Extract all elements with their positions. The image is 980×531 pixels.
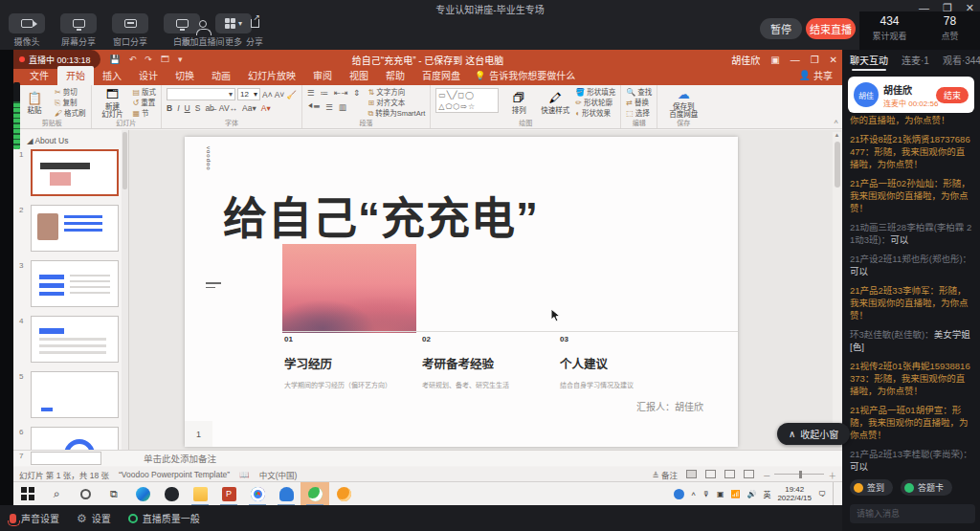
zoom-in-icon[interactable]: ＋ bbox=[828, 469, 836, 480]
ribbon-tab[interactable]: 文件 bbox=[21, 66, 57, 85]
tray-chevron-icon[interactable]: ˄ bbox=[691, 490, 696, 498]
align-text-button[interactable]: ⊞对齐文本 bbox=[368, 99, 425, 108]
new-slide-button[interactable]: 🗔 新建 幻灯片 bbox=[97, 88, 129, 118]
answer-card-button[interactable]: 答题卡 bbox=[901, 479, 952, 496]
end-mic-button[interactable]: 结束 bbox=[936, 87, 969, 103]
slide-thumbnail-panel[interactable]: ◢ About Us 1 2 3 bbox=[13, 130, 129, 450]
zoom-slider[interactable] bbox=[799, 471, 802, 478]
collapse-window-button[interactable]: ∧ 收起小窗 bbox=[777, 423, 850, 445]
text-direction-button[interactable]: ⇅文字方向 bbox=[368, 88, 425, 98]
add-room-button[interactable]: 添加直播间 bbox=[182, 13, 224, 48]
ribbon-tab[interactable]: 插入 bbox=[94, 66, 130, 85]
slide-thumbnail[interactable] bbox=[31, 260, 119, 307]
shape-outline-button[interactable]: ✏形状轮廓 bbox=[575, 99, 615, 108]
bold-button[interactable]: B bbox=[167, 103, 172, 113]
ppt-close-icon[interactable]: ✕ bbox=[830, 55, 837, 65]
ribbon-tab[interactable]: 审阅 bbox=[304, 66, 341, 85]
quick-styles-button[interactable]: 🖍 快速样式 bbox=[539, 88, 571, 118]
tell-me-box[interactable]: 💡 告诉我你想要做什么 bbox=[475, 68, 575, 85]
indent-icons[interactable]: ⇤⇥ bbox=[334, 88, 347, 98]
reset-button[interactable]: ↺重置 bbox=[133, 99, 157, 108]
char-spacing-button[interactable]: AV↔ bbox=[219, 103, 237, 113]
ribbon-tab[interactable]: 设计 bbox=[130, 66, 167, 85]
cut-button[interactable]: ✂剪切 bbox=[55, 88, 86, 98]
section-header[interactable]: ◢ About Us bbox=[27, 136, 126, 145]
font-color-button[interactable]: A▾ bbox=[261, 103, 271, 113]
slide-thumbnail-row[interactable]: 3 bbox=[19, 260, 126, 307]
font-size-select[interactable]: 12▾ bbox=[237, 88, 260, 100]
ribbon-options-icon[interactable]: ▣ bbox=[770, 55, 779, 65]
sound-settings-button[interactable]: 声音设置 bbox=[10, 511, 59, 525]
ribbon-tab[interactable]: 开始 bbox=[57, 66, 94, 85]
undo-icon[interactable]: ↶ bbox=[129, 55, 137, 64]
arrange-button[interactable]: 🗇 排列 bbox=[502, 88, 535, 118]
shrink-font-icon[interactable]: A˅ bbox=[275, 90, 285, 100]
show-desktop-button[interactable] bbox=[833, 482, 836, 506]
collapse-ribbon-icon[interactable]: ˄ bbox=[834, 118, 838, 126]
sidebar-tab[interactable]: 观看·344 bbox=[943, 53, 980, 70]
edge-icon[interactable] bbox=[128, 482, 157, 506]
taskbar-clock[interactable]: 19:42 2022/4/15 bbox=[777, 485, 812, 502]
line-spacing-icon[interactable]: ⇕ bbox=[353, 88, 360, 98]
slide-scrollbar[interactable]: ▲▼ bbox=[833, 132, 841, 444]
clear-format-icon[interactable]: 🧹 bbox=[286, 90, 297, 100]
shape-fill-button[interactable]: 🪣形状填充 bbox=[575, 88, 615, 98]
meeting-app-icon[interactable] bbox=[157, 482, 186, 506]
redo-icon[interactable]: ↷ bbox=[145, 55, 152, 64]
language-label[interactable]: 中文(中国) bbox=[259, 469, 298, 480]
powerpoint-icon[interactable]: P bbox=[214, 482, 243, 506]
qat-caret-icon[interactable]: ▾ bbox=[178, 55, 183, 64]
ribbon-tab[interactable]: 动画 bbox=[203, 66, 239, 85]
end-live-button[interactable]: 结束直播 bbox=[806, 18, 856, 39]
zoom-control[interactable]: － ＋ bbox=[763, 469, 836, 480]
slide-thumbnail[interactable] bbox=[31, 205, 119, 252]
reading-view-icon[interactable] bbox=[724, 470, 735, 478]
tray-mic-icon[interactable]: 🎙 bbox=[702, 490, 710, 498]
tray-badge-icon[interactable]: ▣ bbox=[717, 490, 724, 498]
ppt-restore-icon[interactable]: ❐ bbox=[811, 55, 819, 65]
tray-volume-icon[interactable]: 🔊 bbox=[746, 490, 756, 498]
ime-indicator[interactable]: 英 bbox=[763, 489, 770, 499]
ribbon-share-button[interactable]: 👤 共享 bbox=[799, 68, 833, 82]
bullets-icon[interactable]: ☰ bbox=[307, 88, 315, 98]
find-button[interactable]: 🔍查找 bbox=[626, 88, 652, 98]
underline-button[interactable]: U bbox=[185, 103, 190, 113]
camera-button[interactable]: 摄像头 bbox=[6, 13, 48, 48]
cortana-icon[interactable] bbox=[71, 482, 100, 506]
settings-button[interactable]: ⚙ 设置 bbox=[77, 511, 111, 525]
save-to-netdisk-button[interactable]: ☁ 保存到 百度网盘 bbox=[662, 88, 704, 118]
slide-thumbnail[interactable] bbox=[31, 427, 119, 450]
slide-7-thumbnail[interactable] bbox=[31, 452, 101, 465]
normal-view-icon[interactable] bbox=[686, 470, 697, 478]
ribbon-tab[interactable]: 幻灯片放映 bbox=[239, 66, 304, 85]
live-app-icon[interactable] bbox=[301, 482, 329, 506]
align-left-icon[interactable]: ⯇☰ bbox=[307, 101, 320, 112]
share-button[interactable]: 分享 bbox=[234, 13, 276, 48]
slide-thumbnail[interactable] bbox=[31, 371, 119, 418]
ribbon-tab[interactable]: 视图 bbox=[341, 66, 377, 85]
screen-share-button[interactable]: 屏幕分享 bbox=[57, 13, 100, 48]
shadow-button[interactable]: S bbox=[195, 103, 201, 113]
stream-quality-indicator[interactable]: 直播质量一般 bbox=[128, 511, 200, 525]
copy-button[interactable]: ⎘复制 bbox=[55, 99, 86, 108]
task-view-icon[interactable]: ⧉ bbox=[100, 482, 128, 506]
chrome-icon[interactable] bbox=[243, 482, 272, 506]
ribbon-tab[interactable]: 百度网盘 bbox=[413, 66, 469, 85]
slide-thumbnail[interactable] bbox=[31, 316, 119, 363]
notes-toggle[interactable]: ≜ 备注 bbox=[652, 469, 678, 480]
slide-thumbnail-row[interactable]: 1 bbox=[19, 149, 126, 196]
orange-app-icon[interactable] bbox=[329, 482, 358, 506]
ribbon-tab[interactable]: 切换 bbox=[167, 66, 203, 85]
chat-message-list[interactable]: 21动画3班12敏伸郎(智伸郎)：可以 21环设7班25胡焕焕：形随，我来围观你… bbox=[842, 115, 980, 475]
slide-thumbnail-row[interactable]: 6 bbox=[19, 427, 126, 450]
ppt-minimize-icon[interactable]: — bbox=[791, 55, 800, 65]
chat-input[interactable] bbox=[850, 504, 975, 523]
spellcheck-icon[interactable]: 📖 bbox=[239, 470, 250, 479]
file-explorer-icon[interactable] bbox=[186, 482, 214, 506]
start-button[interactable] bbox=[13, 482, 42, 506]
notes-pane[interactable]: 7 单击此处添加备注 bbox=[13, 450, 842, 466]
sidebar-tab[interactable]: 连麦·1 bbox=[902, 53, 929, 70]
grow-font-icon[interactable]: A˄ bbox=[262, 90, 273, 100]
slideshow-icon[interactable]: 🗔 bbox=[161, 55, 169, 64]
shapes-gallery[interactable]: ▭╲╱◻◯△⬠⬡⇨☆ bbox=[435, 88, 499, 113]
